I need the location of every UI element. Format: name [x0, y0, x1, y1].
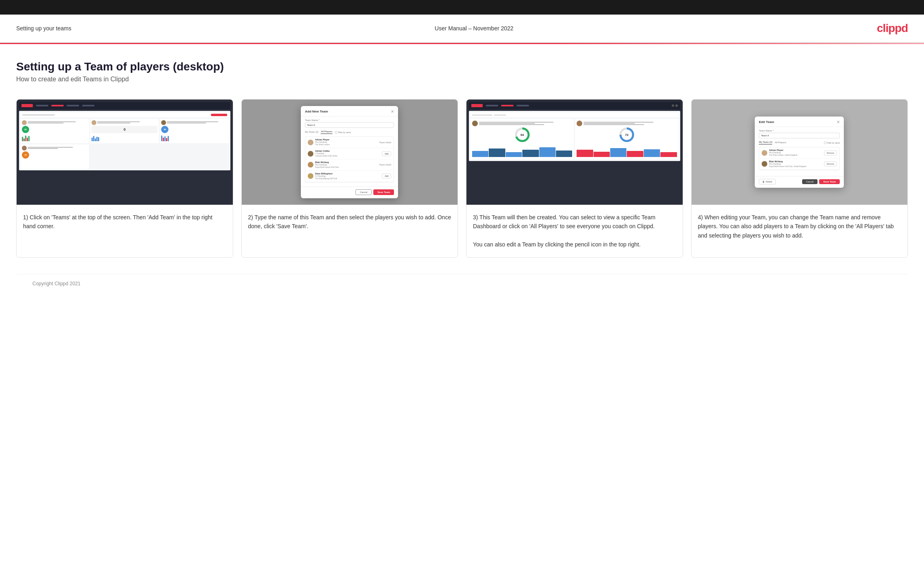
ss1-row2: 72: [21, 144, 229, 169]
ss4-close-icon[interactable]: ✕: [837, 120, 840, 124]
ss1-nav: [19, 102, 230, 109]
ss1-header-bar: [21, 112, 229, 117]
ss4-p2-remove-button[interactable]: Remove: [824, 161, 837, 166]
ss2-p2-add-button[interactable]: Add: [382, 151, 391, 156]
ss3-dashboard: 94: [471, 119, 679, 159]
ss4-team-name-input[interactable]: Team A: [759, 133, 840, 138]
ss2-tabs: My Team (2) All Players Filter by name: [305, 130, 394, 134]
ss2-p3-name: Blair McHarg: [315, 161, 377, 164]
ss2-filter: Filter by name: [335, 131, 351, 134]
ss1-p2-score: 0: [92, 126, 158, 133]
screenshot-3: 94: [466, 100, 683, 205]
ss1-player-4: 72: [21, 144, 89, 169]
ss3-blair-top: [472, 121, 572, 126]
header-left: Setting up your teams: [16, 25, 71, 32]
ss2-p2-club: 1 HandicapCentral London Golf Centre: [315, 153, 380, 157]
ss4-p1-remove-button[interactable]: Remove: [824, 151, 837, 155]
ss3-nav-home: [486, 105, 498, 106]
ss2-tab-all-players[interactable]: All Players: [321, 130, 332, 134]
ss1-p3-top: [161, 120, 227, 125]
ss4-cancel-button[interactable]: Cancel: [802, 179, 818, 184]
ss1-p2-name: [97, 121, 158, 124]
ss1-p4-name: [28, 147, 88, 149]
ss4-p2-name: Blair McHarg: [769, 160, 822, 163]
ss1-p1-score: 84: [22, 126, 29, 133]
ss1-player-2: 0: [90, 119, 159, 143]
ss3-nav-perf: [517, 105, 529, 106]
ss4-p1-avatar: [762, 150, 767, 156]
ss2-filter-checkbox[interactable]: [335, 131, 337, 134]
ss4-filter-checkbox[interactable]: [824, 142, 826, 144]
card-3-text-2: You can also edit a Team by clicking the…: [473, 241, 641, 248]
page-subtitle: How to create and edit Teams in Clippd: [16, 76, 908, 83]
ss2-close-icon[interactable]: ✕: [391, 109, 394, 114]
ss1-player-3: 94: [160, 119, 228, 143]
ss3-richard-score: 72: [620, 127, 634, 142]
ss1-nav-teams: [51, 105, 64, 106]
ss1-p3-score: 94: [161, 126, 168, 133]
ss2-p3-status: Player Added: [379, 163, 392, 166]
ss1-p3-bars: [161, 134, 227, 141]
ss2-modal-header: Add New Team ✕: [301, 106, 398, 117]
ss3-panel-richard: 72: [575, 119, 678, 159]
ss2-save-button[interactable]: Save Team: [373, 189, 394, 195]
ss3-nav-icon2: [675, 104, 678, 107]
ss2-player-row-2: Adrian Coliba 1 HandicapCentral London G…: [305, 148, 394, 159]
ss4-tab-all-players[interactable]: All Players: [775, 141, 786, 144]
ss4-tab-my-team[interactable]: My Team (2): [759, 141, 772, 144]
ss4-footer-right: Cancel Save Team: [802, 179, 840, 184]
ss2-p4-club: 5.9 HandicapThe Ding Maying Golf Club: [315, 175, 380, 180]
ss4-p1-club: Plus HandicapThe Shire London, United Ki…: [769, 152, 822, 157]
ss1-body: 84: [19, 111, 230, 170]
ss4-player-row-1: Adrian Player Plus HandicapThe Shire Lon…: [759, 147, 839, 159]
ss3-logo: [471, 104, 483, 107]
ss3-richard-avatar: [577, 121, 582, 126]
logo: clippd: [877, 22, 908, 35]
ss2-team-name-input[interactable]: Team A: [305, 122, 394, 128]
ss4-delete-label: Delete: [766, 180, 772, 183]
ss4-field-label: Team Name *: [759, 129, 840, 132]
ss3-header-bar: [471, 112, 679, 117]
ss1-p1-top: [22, 120, 88, 125]
page-content: Setting up a Team of players (desktop) H…: [0, 44, 924, 305]
ss3-richard-bars: [577, 145, 677, 157]
header-center: User Manual – November 2022: [435, 25, 514, 32]
ss3-blair-bars: [472, 145, 572, 157]
ss2-player-row-1: Adrian Player Plus HandicapThe Shire Lon…: [305, 137, 394, 148]
ss3-header-text: [472, 115, 492, 116]
ss2-p1-avatar: [308, 140, 313, 145]
copyright-text: Copyright Clippd 2021: [32, 281, 81, 286]
screenshot-4: Edit Team ✕ Team Name * Team A My Team (…: [692, 100, 908, 205]
ss4-filter-label: Filter by name: [827, 142, 840, 144]
ss3-nav-icon1: [672, 104, 674, 107]
ss2-tab-my-team[interactable]: My Team (2): [305, 131, 318, 134]
ss3-nav-teams: [501, 105, 513, 106]
ss2-p1-name: Adrian Player: [315, 138, 377, 141]
ss2-p1-status: Player Added: [379, 141, 392, 144]
ss2-p4-add-button[interactable]: Add: [382, 174, 391, 178]
ss4-p1-info: Adrian Player Plus HandicapThe Shire Lon…: [769, 149, 822, 157]
header: Setting up your teams User Manual – Nove…: [0, 15, 924, 43]
ss3-blair-score: 94: [515, 127, 530, 142]
card-1-text: 1) Click on 'Teams' at the top of the sc…: [17, 205, 233, 257]
ss2-cancel-button[interactable]: Cancel: [356, 189, 372, 195]
footer: Copyright Clippd 2021: [16, 274, 908, 293]
ss1-p2-bars: [92, 134, 158, 141]
ss4-modal-header: Edit Team ✕: [755, 117, 844, 127]
ss4-save-button[interactable]: Save Team: [819, 179, 840, 184]
ss1-nav-perf: [67, 105, 79, 106]
card-3-text: 3) This Team will then be created. You c…: [466, 205, 683, 257]
ss2-modal-footer: Cancel Save Team: [301, 187, 398, 198]
ss4-p2-info: Blair McHarg Plus HandicapRoyal North De…: [769, 160, 822, 168]
screenshot-2: Add New Team ✕ Team Name * Team A My Tea…: [242, 100, 458, 205]
screenshot-1: 84: [17, 100, 233, 205]
ss1-p1-name: [28, 121, 88, 124]
ss1-p2-avatar: [92, 120, 96, 125]
card-2: Add New Team ✕ Team Name * Team A My Tea…: [241, 99, 458, 258]
ss4-delete-button[interactable]: 🗑 Delete: [759, 179, 776, 185]
card-2-text: 2) Type the name of this Team and then s…: [242, 205, 458, 257]
ss2-p3-info: Blair McHarg Plus HandicapRoyal North De…: [315, 161, 377, 169]
card-4: Edit Team ✕ Team Name * Team A My Team (…: [691, 99, 908, 258]
edit-team-modal: Edit Team ✕ Team Name * Team A My Team (…: [755, 117, 844, 188]
card-3-text-1: 3) This Team will then be created. You c…: [473, 214, 656, 229]
